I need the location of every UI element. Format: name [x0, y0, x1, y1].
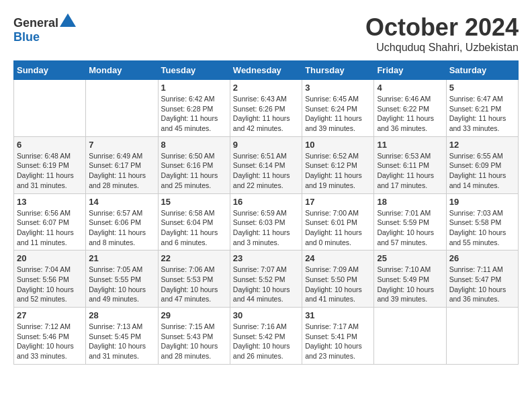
calendar-cell: 6Sunrise: 6:48 AMSunset: 6:19 PMDaylight… — [14, 136, 86, 193]
day-number: 13 — [17, 197, 83, 207]
day-number: 1 — [161, 83, 227, 93]
calendar-cell: 9Sunrise: 6:51 AMSunset: 6:14 PMDaylight… — [230, 136, 302, 193]
day-number: 12 — [449, 140, 515, 150]
calendar-cell: 21Sunrise: 7:05 AMSunset: 5:55 PMDayligh… — [86, 250, 158, 308]
logo-icon — [60, 13, 76, 27]
day-number: 22 — [161, 253, 227, 263]
day-info: Sunrise: 7:11 AMSunset: 5:47 PMDaylight:… — [449, 265, 515, 304]
day-number: 29 — [161, 310, 227, 320]
logo-blue: Blue — [13, 30, 40, 44]
day-number: 16 — [233, 197, 299, 207]
day-info: Sunrise: 7:12 AMSunset: 5:46 PMDaylight:… — [17, 322, 83, 361]
calendar-cell: 29Sunrise: 7:15 AMSunset: 5:43 PMDayligh… — [158, 308, 230, 365]
day-number: 19 — [449, 197, 515, 207]
calendar-cell: 23Sunrise: 7:07 AMSunset: 5:52 PMDayligh… — [230, 250, 302, 308]
calendar-cell: 31Sunrise: 7:17 AMSunset: 5:41 PMDayligh… — [302, 308, 374, 365]
calendar-cell: 20Sunrise: 7:04 AMSunset: 5:56 PMDayligh… — [14, 250, 86, 308]
calendar-week-4: 20Sunrise: 7:04 AMSunset: 5:56 PMDayligh… — [14, 250, 519, 308]
calendar-cell — [14, 80, 86, 137]
calendar-cell: 1Sunrise: 6:42 AMSunset: 6:28 PMDaylight… — [158, 80, 230, 137]
day-number: 3 — [305, 83, 371, 93]
day-info: Sunrise: 7:17 AMSunset: 5:41 PMDaylight:… — [305, 322, 371, 361]
weekday-header-sunday: Sunday — [14, 61, 86, 80]
day-number: 17 — [305, 197, 371, 207]
weekday-header-tuesday: Tuesday — [158, 61, 230, 80]
day-info: Sunrise: 6:55 AMSunset: 6:09 PMDaylight:… — [449, 151, 515, 191]
weekday-header-monday: Monday — [86, 61, 158, 80]
day-info: Sunrise: 6:47 AMSunset: 6:21 PMDaylight:… — [449, 94, 515, 134]
calendar-cell: 14Sunrise: 6:57 AMSunset: 6:06 PMDayligh… — [86, 193, 158, 250]
day-number: 2 — [233, 83, 299, 93]
day-info: Sunrise: 7:16 AMSunset: 5:42 PMDaylight:… — [233, 322, 299, 361]
day-info: Sunrise: 6:56 AMSunset: 6:07 PMDaylight:… — [17, 208, 83, 248]
calendar-cell: 19Sunrise: 7:03 AMSunset: 5:58 PMDayligh… — [446, 193, 518, 250]
day-info: Sunrise: 6:45 AMSunset: 6:24 PMDaylight:… — [305, 94, 371, 134]
day-number: 26 — [449, 253, 515, 263]
day-number: 9 — [233, 140, 299, 150]
calendar-cell: 5Sunrise: 6:47 AMSunset: 6:21 PMDaylight… — [446, 80, 518, 137]
day-number: 4 — [377, 83, 443, 93]
calendar-cell: 7Sunrise: 6:49 AMSunset: 6:17 PMDaylight… — [86, 136, 158, 193]
calendar-cell — [374, 308, 446, 365]
svg-marker-0 — [60, 13, 76, 27]
calendar-cell: 25Sunrise: 7:10 AMSunset: 5:49 PMDayligh… — [374, 250, 446, 308]
calendar-cell: 3Sunrise: 6:45 AMSunset: 6:24 PMDaylight… — [302, 80, 374, 137]
calendar-cell: 18Sunrise: 7:01 AMSunset: 5:59 PMDayligh… — [374, 193, 446, 250]
day-info: Sunrise: 7:10 AMSunset: 5:49 PMDaylight:… — [377, 265, 443, 304]
weekday-header-thursday: Thursday — [302, 61, 374, 80]
month-title: October 2024 — [365, 13, 519, 42]
calendar-cell: 17Sunrise: 7:00 AMSunset: 6:01 PMDayligh… — [302, 193, 374, 250]
day-number: 6 — [17, 140, 83, 150]
calendar-cell: 26Sunrise: 7:11 AMSunset: 5:47 PMDayligh… — [446, 250, 518, 308]
day-info: Sunrise: 6:51 AMSunset: 6:14 PMDaylight:… — [233, 151, 299, 191]
calendar-cell: 30Sunrise: 7:16 AMSunset: 5:42 PMDayligh… — [230, 308, 302, 365]
day-number: 5 — [449, 83, 515, 93]
day-number: 23 — [233, 253, 299, 263]
calendar-week-1: 1Sunrise: 6:42 AMSunset: 6:28 PMDaylight… — [14, 80, 519, 137]
day-info: Sunrise: 7:15 AMSunset: 5:43 PMDaylight:… — [161, 322, 227, 361]
calendar-cell: 27Sunrise: 7:12 AMSunset: 5:46 PMDayligh… — [14, 308, 86, 365]
calendar-table: SundayMondayTuesdayWednesdayThursdayFrid… — [13, 60, 519, 365]
day-number: 30 — [233, 310, 299, 320]
day-number: 14 — [89, 197, 154, 207]
weekday-header-wednesday: Wednesday — [230, 61, 302, 80]
day-info: Sunrise: 6:58 AMSunset: 6:04 PMDaylight:… — [161, 208, 227, 248]
day-number: 25 — [377, 253, 443, 263]
page-header: General Blue October 2024 Uchquduq Shahr… — [13, 13, 519, 54]
day-info: Sunrise: 6:59 AMSunset: 6:03 PMDaylight:… — [233, 208, 299, 248]
calendar-cell: 11Sunrise: 6:53 AMSunset: 6:11 PMDayligh… — [374, 136, 446, 193]
calendar-week-2: 6Sunrise: 6:48 AMSunset: 6:19 PMDaylight… — [14, 136, 519, 193]
day-info: Sunrise: 6:52 AMSunset: 6:12 PMDaylight:… — [305, 151, 371, 191]
calendar-cell — [86, 80, 158, 137]
day-info: Sunrise: 7:06 AMSunset: 5:53 PMDaylight:… — [161, 265, 227, 304]
day-info: Sunrise: 7:00 AMSunset: 6:01 PMDaylight:… — [305, 208, 371, 248]
logo: General Blue — [13, 13, 76, 44]
day-number: 8 — [161, 140, 227, 150]
day-info: Sunrise: 6:46 AMSunset: 6:22 PMDaylight:… — [377, 94, 443, 134]
title-block: October 2024 Uchquduq Shahri, Uzbekistan — [365, 13, 519, 54]
day-number: 10 — [305, 140, 371, 150]
day-info: Sunrise: 7:05 AMSunset: 5:55 PMDaylight:… — [89, 265, 154, 304]
day-info: Sunrise: 6:57 AMSunset: 6:06 PMDaylight:… — [89, 208, 154, 248]
day-info: Sunrise: 6:42 AMSunset: 6:28 PMDaylight:… — [161, 94, 227, 134]
day-number: 24 — [305, 253, 371, 263]
location-subtitle: Uchquduq Shahri, Uzbekistan — [365, 42, 519, 54]
day-info: Sunrise: 7:09 AMSunset: 5:50 PMDaylight:… — [305, 265, 371, 304]
day-number: 7 — [89, 140, 154, 150]
calendar-cell: 2Sunrise: 6:43 AMSunset: 6:26 PMDaylight… — [230, 80, 302, 137]
day-number: 15 — [161, 197, 227, 207]
day-info: Sunrise: 7:13 AMSunset: 5:45 PMDaylight:… — [89, 322, 154, 361]
weekday-header-saturday: Saturday — [446, 61, 518, 80]
calendar-cell: 15Sunrise: 6:58 AMSunset: 6:04 PMDayligh… — [158, 193, 230, 250]
calendar-week-5: 27Sunrise: 7:12 AMSunset: 5:46 PMDayligh… — [14, 308, 519, 365]
day-number: 18 — [377, 197, 443, 207]
day-info: Sunrise: 7:01 AMSunset: 5:59 PMDaylight:… — [377, 208, 443, 248]
day-number: 11 — [377, 140, 443, 150]
day-info: Sunrise: 7:07 AMSunset: 5:52 PMDaylight:… — [233, 265, 299, 304]
calendar-cell: 12Sunrise: 6:55 AMSunset: 6:09 PMDayligh… — [446, 136, 518, 193]
day-number: 20 — [17, 253, 83, 263]
day-number: 27 — [17, 310, 83, 320]
day-number: 31 — [305, 310, 371, 320]
weekday-header-row: SundayMondayTuesdayWednesdayThursdayFrid… — [14, 61, 519, 80]
calendar-cell — [446, 308, 518, 365]
